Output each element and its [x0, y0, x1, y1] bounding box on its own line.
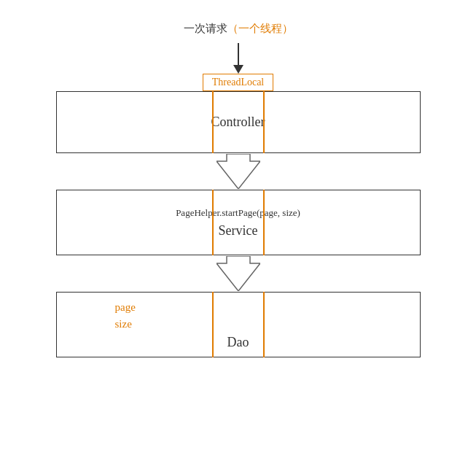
- service-label: Service: [219, 223, 258, 239]
- dao-box: page size Dao: [56, 292, 421, 357]
- arrow-hollow-2: [56, 255, 421, 292]
- diagram: 一次请求（一个线程） ThreadLocal Controller PageHe…: [0, 0, 476, 453]
- dao-label: Dao: [227, 335, 249, 350]
- dao-page-label: page: [115, 299, 136, 316]
- arrow-hollow-1: [56, 153, 421, 190]
- hollow-arrow-svg-2: [216, 256, 260, 291]
- threadlocal-box: ThreadLocal: [203, 74, 274, 91]
- arrow-head-top: [233, 65, 243, 74]
- hollow-arrow-svg-1: [216, 154, 260, 189]
- top-label: 一次请求（一个线程）: [184, 22, 293, 36]
- dao-size-label: size: [115, 316, 132, 333]
- connector-line-top: [238, 43, 239, 65]
- service-box: PageHelper.startPage(page, size) Service: [56, 190, 421, 255]
- top-label-paren: （一个线程）: [227, 23, 293, 34]
- controller-label: Controller: [211, 115, 265, 130]
- svg-marker-0: [216, 154, 260, 189]
- service-sublabel: PageHelper.startPage(page, size): [176, 207, 300, 219]
- boxes-wrapper: Controller PageHelper.startPage(page, si…: [56, 91, 421, 357]
- dao-orange-labels: page size: [57, 299, 420, 332]
- svg-marker-1: [216, 256, 260, 291]
- top-label-text: 一次请求: [184, 23, 227, 34]
- controller-box: Controller: [56, 91, 421, 153]
